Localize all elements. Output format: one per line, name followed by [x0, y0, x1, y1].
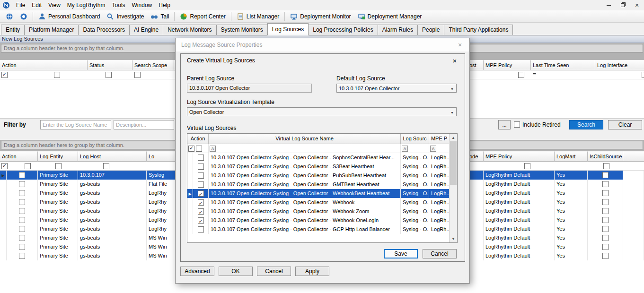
menu-item[interactable]: My LogRhythm: [64, 0, 109, 10]
row-checkbox[interactable]: [198, 208, 204, 215]
row-selector[interactable]: [187, 198, 193, 207]
menu-item[interactable]: Tools: [109, 0, 129, 10]
tab[interactable]: Log Processing Policies: [308, 25, 378, 35]
row-selector[interactable]: [0, 224, 7, 233]
include-retired-checkbox[interactable]: [514, 121, 520, 128]
column-header-mode-partial[interactable]: ode: [468, 151, 484, 162]
filter-checkbox[interactable]: [106, 72, 112, 78]
filter-checkbox[interactable]: [524, 163, 530, 169]
row-checkbox[interactable]: [19, 172, 25, 178]
row-selector[interactable]: [187, 162, 193, 171]
tab[interactable]: AI Engine: [129, 25, 163, 35]
row-selector[interactable]: [0, 189, 7, 198]
filter-checkbox[interactable]: [603, 163, 609, 169]
select-all-checkbox[interactable]: [1, 72, 8, 78]
virtual-log-source-row[interactable]: 10.3.0.107 Open Collector-Syslog - Open …: [187, 216, 449, 225]
ischildsource-checkbox[interactable]: [602, 244, 609, 250]
virtual-log-source-row[interactable]: 10.3.0.107 Open Collector-Syslog - Open …: [187, 162, 449, 171]
clear-button[interactable]: Clear: [608, 120, 642, 129]
virtual-log-source-row[interactable]: 10.3.0.107 Open Collector-Syslog - Open …: [187, 207, 449, 216]
row-selector[interactable]: [187, 225, 193, 234]
column-header-action[interactable]: Action: [187, 134, 209, 144]
filter-checkbox[interactable]: [642, 72, 644, 78]
column-header-log-interface[interactable]: Log Interface: [595, 60, 644, 70]
ischildsource-checkbox[interactable]: [602, 253, 609, 259]
row-checkbox[interactable]: [19, 181, 25, 187]
scroll-up-icon[interactable]: [450, 134, 457, 141]
row-selector[interactable]: [187, 180, 193, 189]
tab[interactable]: Third Party Applications: [444, 25, 513, 35]
save-button[interactable]: Save: [384, 249, 418, 259]
virtual-log-source-row[interactable]: 10.3.0.107 Open Collector-Syslog - Open …: [187, 225, 449, 234]
column-header-search-scope[interactable]: Search Scope: [132, 60, 174, 70]
column-header-log-entity[interactable]: Log Entity: [38, 151, 78, 162]
row-checkbox[interactable]: [198, 190, 204, 197]
column-header-virtual-log-source-name[interactable]: Virtual Log Source Name: [209, 134, 401, 144]
row-checkbox[interactable]: [19, 253, 25, 259]
column-header-last-time-seen[interactable]: Last Time Seen: [531, 60, 595, 70]
column-header-action[interactable]: Action: [0, 151, 38, 162]
row-checkbox[interactable]: [19, 244, 25, 250]
menu-item[interactable]: Edit: [28, 0, 45, 10]
row-selector[interactable]: [187, 189, 193, 198]
apply-button[interactable]: Apply: [295, 267, 329, 276]
column-header-mpe-policy[interactable]: MPE Policy: [484, 151, 555, 162]
menu-item[interactable]: View: [45, 0, 64, 10]
menu-item[interactable]: Window: [129, 0, 156, 10]
tab[interactable]: Network Monitors: [163, 25, 216, 35]
browse-button[interactable]: ...: [498, 120, 511, 129]
filter-checkbox[interactable]: [54, 72, 60, 78]
filter-checkbox[interactable]: [196, 146, 202, 152]
row-selector[interactable]: [0, 242, 7, 251]
tab[interactable]: Entity: [1, 25, 25, 35]
ischildsource-checkbox[interactable]: [602, 208, 609, 214]
column-header-status[interactable]: Status: [88, 60, 132, 70]
column-header-host-partial[interactable]: ost: [468, 60, 484, 70]
parent-log-source-field[interactable]: 10.3.0.107 Open Collector: [187, 84, 312, 93]
virtual-log-source-row[interactable]: 10.3.0.107 Open Collector-Syslog - Open …: [187, 153, 449, 162]
select-all-checkbox[interactable]: [1, 163, 8, 169]
minimize-button[interactable]: [601, 0, 616, 10]
row-selector[interactable]: [0, 171, 7, 180]
filter-checkbox[interactable]: [25, 163, 31, 169]
personal-dashboard-button[interactable]: Personal Dashboard: [35, 11, 103, 22]
row-selector[interactable]: [187, 153, 193, 162]
close-button[interactable]: [630, 0, 644, 10]
scroll-down-icon[interactable]: [450, 235, 457, 242]
filter-checkbox[interactable]: [103, 163, 109, 169]
report-center-button[interactable]: Report Center: [176, 11, 229, 22]
column-header-mpe-policy[interactable]: MPE Policy: [484, 60, 531, 70]
virtualization-template-dropdown[interactable]: Open Collector: [187, 107, 457, 116]
row-selector[interactable]: [0, 233, 7, 242]
row-selector[interactable]: [0, 180, 7, 189]
row-checkbox[interactable]: [198, 226, 204, 233]
virtual-log-source-row[interactable]: 10.3.0.107 Open Collector-Syslog - Open …: [187, 198, 449, 207]
tab[interactable]: Alarm Rules: [378, 25, 418, 35]
column-header-action[interactable]: Action: [0, 60, 88, 70]
tab[interactable]: People: [417, 25, 444, 35]
ischildsource-checkbox[interactable]: [602, 190, 609, 196]
row-checkbox[interactable]: [198, 217, 204, 224]
tail-button[interactable]: Tail: [147, 11, 172, 22]
web-console-button[interactable]: [17, 11, 31, 22]
description-input[interactable]: [114, 120, 174, 129]
text-filter-icon[interactable]: [402, 146, 408, 152]
ischildsource-checkbox[interactable]: [602, 226, 609, 232]
row-selector[interactable]: [0, 198, 7, 207]
filter-checkbox[interactable]: [134, 72, 141, 78]
row-selector[interactable]: [187, 216, 193, 225]
tab[interactable]: Data Processors: [78, 25, 130, 35]
row-checkbox[interactable]: [198, 164, 204, 170]
select-all-checkbox[interactable]: [188, 146, 194, 152]
virtual-log-source-row[interactable]: 10.3.0.107 Open Collector-Syslog - Open …: [187, 171, 449, 180]
row-checkbox[interactable]: [198, 199, 204, 206]
ischildsource-checkbox[interactable]: [602, 199, 609, 205]
filter-checkbox[interactable]: [518, 72, 524, 78]
cancel-button[interactable]: Cancel: [423, 249, 457, 259]
advanced-button[interactable]: Advanced: [180, 267, 214, 276]
row-selector[interactable]: [187, 171, 193, 180]
tab[interactable]: Log Sources: [267, 23, 309, 35]
virtual-log-source-row[interactable]: 10.3.0.107 Open Collector-Syslog - Open …: [187, 180, 449, 189]
row-checkbox[interactable]: [19, 235, 25, 241]
investigate-button[interactable]: Investigate: [103, 11, 147, 22]
